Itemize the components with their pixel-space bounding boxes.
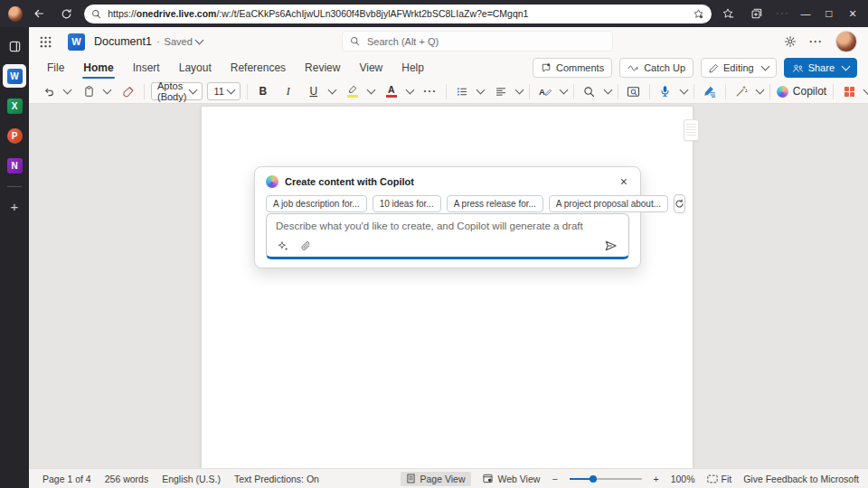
undo-button[interactable]	[40, 82, 58, 100]
fit-button[interactable]: Fit	[707, 474, 732, 484]
dictate-button[interactable]	[656, 82, 675, 100]
chevron-down-icon	[842, 62, 851, 71]
window-close-icon[interactable]: ×	[841, 3, 864, 24]
tab-file[interactable]: File	[46, 58, 65, 78]
favorites-icon[interactable]	[717, 4, 739, 23]
chevron-down-icon[interactable]	[863, 86, 868, 95]
chevron-down-icon[interactable]	[366, 86, 375, 95]
chevron-down-icon[interactable]	[603, 86, 612, 95]
tab-references[interactable]: References	[230, 58, 287, 78]
refresh-suggestions-button[interactable]	[674, 194, 685, 213]
word-logo-icon[interactable]: W	[68, 33, 85, 51]
browser-more-icon[interactable]: ···	[772, 4, 794, 23]
bullet-list-button[interactable]	[453, 82, 471, 100]
feedback-link[interactable]: Give Feedback to Microsoft	[743, 474, 859, 484]
format-painter-button[interactable]	[119, 82, 137, 100]
copilot-prompt-input[interactable]	[267, 214, 628, 238]
document-page[interactable]	[201, 106, 693, 474]
rail-add-app-button[interactable]: +	[3, 194, 26, 218]
zoom-in-button[interactable]: +	[654, 474, 659, 484]
bookmark-star-icon[interactable]	[693, 8, 704, 20]
close-icon[interactable]: ×	[618, 175, 629, 188]
zoom-out-button[interactable]: −	[552, 474, 557, 484]
rail-excel-icon[interactable]: X	[3, 94, 26, 117]
page-view-button[interactable]: Page View	[401, 472, 471, 486]
chevron-down-icon[interactable]	[514, 86, 524, 95]
rail-word-icon[interactable]: W	[3, 64, 26, 88]
comments-button[interactable]: Comments	[533, 58, 612, 78]
chevron-down-icon[interactable]	[327, 86, 336, 95]
magic-wand-button[interactable]	[732, 82, 750, 100]
editor-button[interactable]	[701, 82, 719, 100]
underline-button[interactable]: U	[305, 82, 323, 100]
header-more-icon[interactable]: ···	[809, 35, 823, 48]
highlight-button[interactable]	[344, 82, 362, 100]
suggestion-chip[interactable]: 10 ideas for...	[373, 195, 441, 212]
text-predictions-toggle[interactable]: Text Predictions: On	[234, 474, 319, 484]
catch-up-button[interactable]: Catch Up	[619, 58, 693, 78]
rewrite-sparkle-icon[interactable]	[278, 240, 289, 252]
browser-profile-avatar[interactable]	[8, 6, 23, 22]
share-button[interactable]: Share	[784, 58, 857, 78]
bold-button[interactable]: B	[254, 82, 272, 100]
people-icon	[792, 63, 804, 73]
chevron-down-icon[interactable]	[63, 86, 72, 95]
paste-button[interactable]	[80, 82, 98, 100]
collections-icon[interactable]	[744, 4, 766, 23]
settings-gear-icon[interactable]	[784, 35, 797, 48]
chevron-down-icon[interactable]	[559, 86, 568, 95]
window-maximize-icon[interactable]: □	[817, 3, 841, 24]
collapsed-comment-card[interactable]	[684, 119, 699, 141]
m365-app-icon[interactable]	[3, 34, 26, 58]
chevron-down-icon[interactable]	[679, 86, 688, 95]
search-input[interactable]	[365, 35, 605, 48]
rail-onenote-icon[interactable]: N	[3, 154, 26, 177]
word-count[interactable]: 256 words	[105, 474, 148, 484]
address-bar[interactable]: https://onedrive.live.com/:w:/t/EaCKkPs6…	[84, 5, 712, 23]
font-size-select[interactable]: 11	[207, 82, 240, 100]
find-button[interactable]	[580, 82, 599, 100]
editing-mode-button[interactable]: Editing	[701, 58, 777, 78]
catch-up-icon	[627, 63, 639, 73]
web-view-button[interactable]: Web View	[483, 474, 540, 484]
suggestion-chip[interactable]: A project proposal about...	[549, 195, 668, 212]
browser-refresh-icon[interactable]	[55, 4, 77, 23]
zoom-slider-thumb[interactable]	[590, 475, 597, 483]
apps-addins-button[interactable]	[840, 82, 858, 100]
document-title[interactable]: Document1	[94, 35, 152, 48]
reading-view-button[interactable]	[625, 82, 643, 100]
tab-help[interactable]: Help	[401, 58, 425, 78]
send-icon[interactable]	[604, 239, 618, 252]
tab-review[interactable]: Review	[304, 58, 341, 78]
tab-layout[interactable]: Layout	[178, 58, 212, 78]
font-color-button[interactable]: A	[382, 82, 401, 100]
align-button[interactable]	[492, 82, 510, 100]
tab-home[interactable]: Home	[82, 58, 114, 78]
suggestion-chip[interactable]: A press release for...	[447, 195, 543, 212]
zoom-slider[interactable]	[570, 474, 642, 484]
chevron-down-icon[interactable]	[103, 86, 112, 95]
rail-powerpoint-icon[interactable]: P	[3, 124, 26, 147]
page-count[interactable]: Page 1 of 4	[42, 474, 91, 484]
zoom-level[interactable]: 100%	[671, 474, 695, 484]
styles-button[interactable]: A	[536, 82, 554, 100]
language-indicator[interactable]: English (U.S.)	[162, 474, 221, 484]
tab-view[interactable]: View	[358, 58, 383, 78]
tab-insert[interactable]: Insert	[132, 58, 161, 78]
italic-button[interactable]: I	[279, 82, 297, 100]
account-avatar[interactable]	[835, 31, 857, 52]
chevron-down-icon[interactable]	[755, 86, 764, 95]
window-minimize-icon[interactable]: —	[794, 3, 817, 24]
font-name-select[interactable]: Aptos (Body)	[151, 82, 203, 100]
attach-paperclip-icon[interactable]	[300, 240, 311, 252]
search-box[interactable]	[342, 31, 613, 52]
chevron-down-icon[interactable]	[476, 86, 485, 95]
font-more-icon[interactable]: ···	[421, 82, 439, 100]
suggestion-chip[interactable]: A job description for...	[266, 195, 367, 212]
app-launcher-icon[interactable]	[40, 36, 52, 48]
save-status[interactable]: · Saved	[156, 36, 203, 47]
status-bar: Page 1 of 4 256 words English (U.S.) Tex…	[29, 468, 868, 488]
chevron-down-icon[interactable]	[405, 86, 414, 95]
browser-back-icon[interactable]	[28, 4, 50, 23]
copilot-button[interactable]: Copilot	[777, 85, 826, 98]
